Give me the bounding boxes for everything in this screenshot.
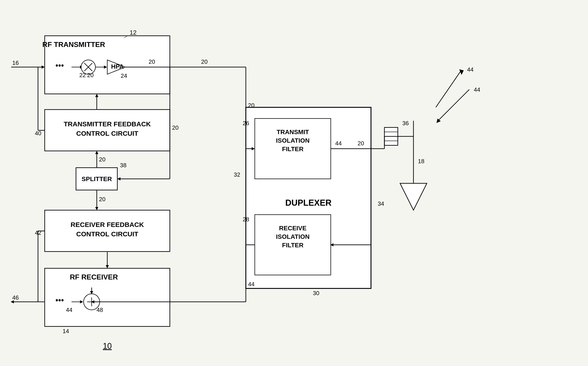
- label-32: 32: [234, 171, 240, 178]
- label-12: 12: [130, 29, 136, 36]
- tx-feedback-label1: TRANSMITTER FEEDBACK: [64, 120, 151, 128]
- label-20-up-tx: 20: [99, 156, 106, 163]
- svg-text:•••: •••: [55, 296, 64, 305]
- rx-feedback-label2: CONTROL CIRCUIT: [76, 230, 138, 238]
- duplexer-label: DUPLEXER: [285, 198, 332, 207]
- label-38: 38: [120, 162, 127, 168]
- label-44-recv: 44: [66, 306, 72, 313]
- label-36: 36: [402, 120, 409, 127]
- rx-iso-label1: RECEIVE: [279, 225, 307, 232]
- label-44-rx-path: 44: [248, 281, 255, 288]
- label-20-vert-dup: 20: [248, 102, 255, 109]
- diagram-container: 12 RF TRANSMITTER ••• 22 20 HPA 24 40 TR…: [0, 0, 588, 366]
- tx-iso-label2: ISOLATION: [276, 137, 309, 144]
- label-44-ant1: 44: [467, 66, 474, 73]
- tx-feedback-label2: CONTROL CIRCUIT: [76, 130, 138, 137]
- diagram-title: 10: [103, 341, 112, 351]
- label-20-down-rx: 20: [99, 196, 106, 203]
- rf-transmitter-label: RF TRANSMITTER: [42, 40, 105, 48]
- label-20-top: 20: [149, 58, 155, 65]
- label-24: 24: [121, 72, 127, 79]
- tx-iso-label1: TRANSMIT: [277, 129, 309, 136]
- label-14: 14: [63, 328, 69, 335]
- label-46: 46: [12, 294, 19, 301]
- tx-iso-label3: FILTER: [282, 145, 303, 152]
- label-28: 28: [243, 216, 249, 223]
- label-44-ant2: 44: [474, 86, 480, 93]
- label-40: 40: [35, 130, 41, 137]
- label-20-tx-ant: 20: [358, 140, 364, 147]
- label-22: 22: [79, 72, 86, 78]
- label-44-tx-out: 44: [335, 140, 342, 147]
- hpa-label: HPA: [111, 63, 124, 70]
- label-20-right1: 20: [172, 124, 179, 131]
- label-48: 48: [97, 306, 103, 313]
- label-20-mixer: 20: [87, 72, 94, 78]
- svg-text:•••: •••: [55, 61, 64, 70]
- label-20-horiz: 20: [201, 58, 208, 65]
- rf-receiver-label: RF RECEIVER: [70, 273, 118, 281]
- rx-iso-label3: FILTER: [282, 242, 303, 249]
- label-30: 30: [313, 290, 319, 297]
- rx-feedback-label1: RECEIVER FEEDBACK: [71, 221, 144, 228]
- label-16: 16: [12, 60, 19, 66]
- rx-iso-label2: ISOLATION: [276, 233, 309, 240]
- splitter-label: SPLITTER: [82, 175, 112, 183]
- label-18: 18: [418, 158, 424, 165]
- label-34: 34: [378, 200, 384, 207]
